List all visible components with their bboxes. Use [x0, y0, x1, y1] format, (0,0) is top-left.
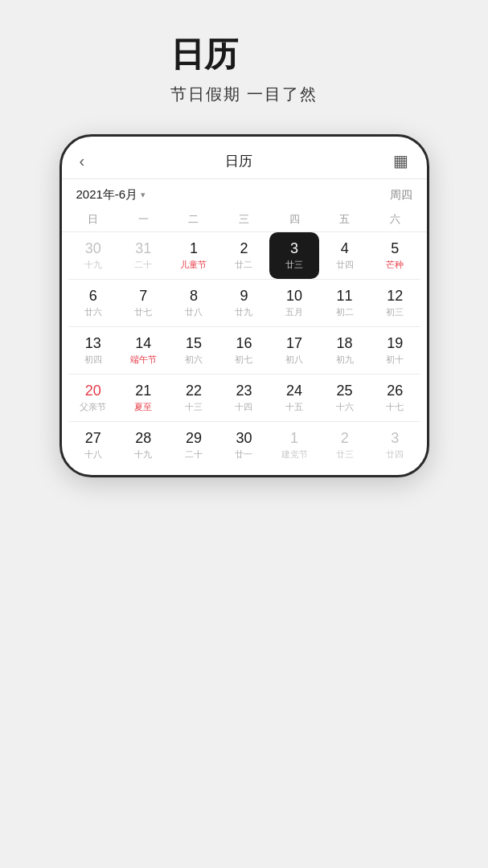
day-number: 23 [236, 383, 252, 400]
calendar-cell[interactable]: 3廿三 [269, 232, 320, 279]
calendar-cell[interactable]: 15初六 [169, 327, 219, 374]
calendar-cell[interactable]: 29二十 [169, 422, 219, 469]
calendar-cell[interactable]: 25十六 [319, 375, 370, 421]
current-weekday: 周四 [390, 188, 412, 203]
weekday-headers: 日一二三四五六 [62, 207, 427, 232]
day-sub-label: 夏至 [134, 401, 152, 413]
day-number: 27 [85, 430, 101, 448]
calendar-cell[interactable]: 14端午节 [118, 327, 169, 374]
day-sub-label: 端午节 [130, 354, 157, 366]
calendar-cell[interactable]: 19初十 [370, 327, 420, 374]
day-sub-label: 廿三 [336, 448, 354, 461]
day-sub-label: 芒种 [386, 259, 404, 271]
day-sub-label: 廿四 [336, 259, 354, 271]
day-number: 15 [186, 335, 202, 353]
day-number: 2 [341, 430, 349, 448]
calendar-cell[interactable]: 17初八 [269, 327, 320, 374]
day-number: 3 [391, 430, 399, 448]
day-sub-label: 十三 [185, 401, 203, 413]
calendar-cell[interactable]: 28十九 [118, 422, 169, 469]
calendar-cell[interactable]: 5芒种 [370, 232, 420, 279]
day-sub-label: 十四 [235, 401, 252, 413]
day-sub-label: 廿九 [235, 306, 252, 318]
weekday-label: 二 [169, 207, 219, 231]
weekday-label: 三 [219, 207, 269, 231]
day-number: 10 [286, 288, 302, 305]
month-dropdown-arrow: ▾ [141, 190, 146, 200]
day-number: 14 [135, 335, 151, 353]
calendar-cell[interactable]: 31二十 [118, 232, 169, 279]
calendar-cell[interactable]: 7廿七 [118, 280, 169, 326]
calendar-cell[interactable]: 3廿四 [370, 422, 420, 469]
calendar-cell[interactable]: 20父亲节 [68, 375, 119, 421]
app-title: 日历 [170, 32, 318, 77]
day-number: 18 [337, 335, 353, 353]
day-sub-label: 十六 [336, 401, 354, 413]
day-number: 16 [236, 335, 252, 353]
day-number: 30 [236, 430, 252, 448]
calendar-cell[interactable]: 2廿二 [219, 232, 269, 279]
day-sub-label: 十七 [386, 401, 404, 413]
calendar-cell[interactable]: 13初四 [68, 327, 119, 374]
day-number: 25 [337, 383, 353, 400]
calendar-cell[interactable]: 1儿童节 [169, 232, 219, 279]
day-number: 19 [387, 335, 403, 353]
day-sub-label: 廿六 [84, 306, 102, 318]
calendar-view-icon[interactable]: ▦ [393, 151, 408, 170]
calendar-cell[interactable]: 23十四 [219, 375, 269, 421]
weekday-label: 一 [118, 207, 169, 231]
day-sub-label: 二十 [134, 259, 152, 271]
day-number: 1 [290, 430, 298, 448]
day-number: 2 [240, 240, 248, 258]
day-number: 24 [286, 383, 302, 400]
calendar-cell[interactable]: 22十三 [169, 375, 219, 421]
day-number: 22 [186, 383, 202, 400]
phone-inner: ‹ 日历 ▦ 2021年-6月 ▾ 周四 日一二三四五六 30十九31二十1儿童… [62, 137, 427, 475]
calendar-cell[interactable]: 6廿六 [68, 280, 119, 326]
month-text: 2021年-6月 [76, 187, 138, 203]
calendar-cell[interactable]: 27十八 [68, 422, 119, 469]
day-sub-label: 初八 [285, 354, 303, 366]
day-sub-label: 初十 [386, 354, 404, 366]
day-number: 17 [286, 335, 302, 353]
weekday-label: 四 [269, 207, 320, 231]
day-number: 30 [85, 240, 101, 258]
weekday-label: 六 [370, 207, 420, 231]
month-row: 2021年-6月 ▾ 周四 [62, 179, 427, 207]
calendar-cell[interactable]: 9廿九 [219, 280, 269, 326]
day-number: 20 [85, 383, 101, 400]
day-number: 21 [135, 383, 151, 400]
day-sub-label: 初三 [386, 306, 404, 318]
calendar-cell[interactable]: 4廿四 [319, 232, 370, 279]
calendar-cell[interactable]: 30十九 [68, 232, 119, 279]
day-sub-label: 初七 [235, 354, 252, 366]
day-number: 12 [387, 288, 403, 305]
day-sub-label: 初二 [336, 306, 354, 318]
month-label[interactable]: 2021年-6月 ▾ [76, 187, 146, 203]
day-number: 5 [391, 240, 399, 258]
calendar-cell[interactable]: 1建党节 [269, 422, 320, 469]
day-sub-label: 儿童节 [180, 259, 207, 271]
day-sub-label: 廿八 [185, 306, 203, 318]
calendar-cell[interactable]: 2廿三 [319, 422, 370, 469]
calendar-cell[interactable]: 18初九 [319, 327, 370, 374]
back-button[interactable]: ‹ [80, 152, 85, 170]
phone-frame: ‹ 日历 ▦ 2021年-6月 ▾ 周四 日一二三四五六 30十九31二十1儿童… [59, 134, 429, 477]
calendar-cell[interactable]: 16初七 [219, 327, 269, 374]
day-sub-label: 建党节 [281, 448, 308, 461]
calendar-cell[interactable]: 24十五 [269, 375, 320, 421]
calendar-cell[interactable]: 10五月 [269, 280, 320, 326]
day-sub-label: 廿一 [235, 448, 252, 461]
calendar-cell[interactable]: 12初三 [370, 280, 420, 326]
calendar-header: ‹ 日历 ▦ [62, 137, 427, 179]
day-number: 11 [337, 288, 353, 305]
day-number: 6 [89, 288, 97, 305]
calendar-cell[interactable]: 8廿八 [169, 280, 219, 326]
app-subtitle: 节日假期 一目了然 [170, 84, 318, 105]
calendar-cell[interactable]: 21夏至 [118, 375, 169, 421]
calendar-cell[interactable]: 11初二 [319, 280, 370, 326]
calendar-cell[interactable]: 30廿一 [219, 422, 269, 469]
calendar-cell[interactable]: 26十七 [370, 375, 420, 421]
day-number: 28 [135, 430, 151, 448]
day-number: 9 [240, 288, 248, 305]
